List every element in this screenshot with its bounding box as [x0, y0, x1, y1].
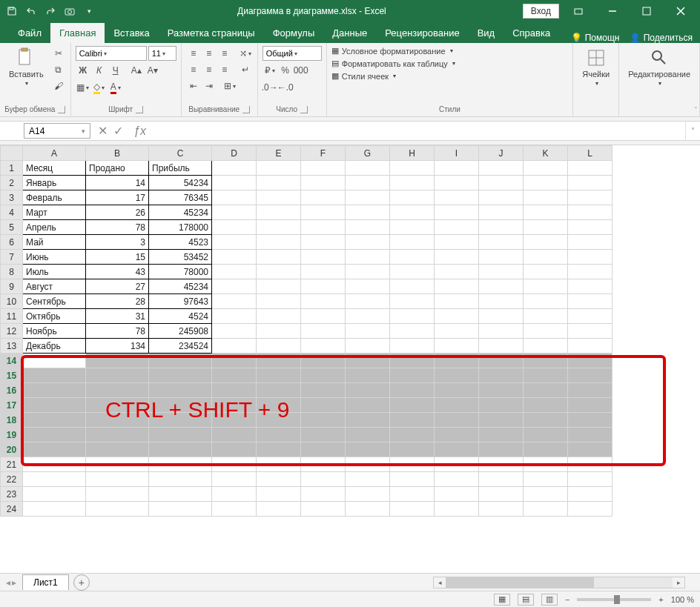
- align-top-icon[interactable]: ≡: [186, 46, 201, 61]
- row-header[interactable]: 14: [1, 354, 23, 368]
- cell[interactable]: [390, 250, 435, 265]
- cell[interactable]: [568, 442, 612, 457]
- cell[interactable]: [435, 368, 479, 383]
- cell[interactable]: [212, 324, 257, 339]
- cell[interactable]: 28: [86, 294, 149, 309]
- cell[interactable]: [301, 457, 346, 472]
- cell[interactable]: [301, 324, 346, 339]
- cell[interactable]: [212, 487, 257, 502]
- cell[interactable]: [257, 190, 301, 205]
- decrease-decimal-icon[interactable]: ←.0: [278, 80, 293, 95]
- cell[interactable]: Июль: [23, 265, 86, 279]
- cell[interactable]: 78: [86, 220, 149, 235]
- align-bottom-icon[interactable]: ≡: [217, 46, 232, 61]
- cell[interactable]: [435, 398, 479, 413]
- cell[interactable]: [524, 428, 568, 442]
- cell[interactable]: 245908: [149, 324, 212, 339]
- cell[interactable]: [390, 442, 435, 457]
- cell[interactable]: 4524: [149, 309, 212, 324]
- dialog-launcher-number[interactable]: [300, 106, 308, 113]
- cell[interactable]: [257, 339, 301, 354]
- cell[interactable]: [435, 250, 479, 265]
- cell[interactable]: [390, 354, 435, 368]
- cell[interactable]: [212, 442, 257, 457]
- cell[interactable]: [346, 457, 390, 472]
- cell[interactable]: [212, 413, 257, 428]
- number-format-combo[interactable]: Общий▾: [262, 46, 322, 61]
- row-header[interactable]: 16: [1, 383, 23, 398]
- cell[interactable]: [301, 309, 346, 324]
- cell[interactable]: [301, 205, 346, 220]
- cell[interactable]: [212, 279, 257, 294]
- cell[interactable]: Март: [23, 205, 86, 220]
- cell[interactable]: [23, 428, 86, 442]
- cell[interactable]: [301, 354, 346, 368]
- cell[interactable]: [568, 457, 612, 472]
- row-header[interactable]: 8: [1, 265, 23, 279]
- cell[interactable]: [479, 324, 524, 339]
- row-header[interactable]: 22: [1, 472, 23, 487]
- cell[interactable]: [524, 502, 568, 517]
- new-sheet-button[interactable]: +: [73, 574, 90, 591]
- undo-icon[interactable]: [25, 5, 37, 17]
- increase-indent-icon[interactable]: ⇥: [202, 79, 217, 93]
- cell[interactable]: [390, 428, 435, 442]
- align-right-icon[interactable]: ≡: [217, 62, 232, 77]
- page-break-view-icon[interactable]: ▥: [541, 594, 558, 606]
- cell[interactable]: [524, 354, 568, 368]
- collapse-ribbon-icon[interactable]: ˇ: [695, 107, 697, 115]
- underline-button[interactable]: Ч: [108, 63, 123, 78]
- wrap-text-button[interactable]: ↵: [238, 62, 253, 77]
- enter-formula-icon[interactable]: ✓: [113, 124, 123, 138]
- cell[interactable]: [23, 442, 86, 457]
- qat-customize-icon[interactable]: ▾: [83, 5, 95, 17]
- cell[interactable]: [568, 383, 612, 398]
- cell[interactable]: [86, 368, 149, 383]
- cancel-formula-icon[interactable]: ✕: [98, 124, 108, 138]
- tell-me-button[interactable]: 💡 Помощн: [571, 33, 619, 43]
- cell[interactable]: 43: [86, 265, 149, 279]
- copy-icon[interactable]: ⧉: [51, 62, 66, 77]
- close-button[interactable]: [666, 0, 696, 22]
- cell[interactable]: [390, 339, 435, 354]
- cell[interactable]: [301, 472, 346, 487]
- cell[interactable]: [390, 457, 435, 472]
- column-header[interactable]: C: [149, 146, 212, 161]
- format-painter-icon[interactable]: 🖌: [51, 79, 66, 93]
- cell[interactable]: [390, 398, 435, 413]
- cell[interactable]: [479, 161, 524, 176]
- cell[interactable]: [390, 383, 435, 398]
- cell[interactable]: Месяц: [23, 161, 86, 176]
- cell[interactable]: [212, 294, 257, 309]
- cell[interactable]: [346, 398, 390, 413]
- select-all-button[interactable]: [1, 146, 23, 161]
- cell[interactable]: [479, 294, 524, 309]
- cell[interactable]: [568, 502, 612, 517]
- cell[interactable]: [212, 383, 257, 398]
- cell[interactable]: [23, 398, 86, 413]
- cell[interactable]: [524, 383, 568, 398]
- cell[interactable]: [149, 472, 212, 487]
- cell[interactable]: [149, 354, 212, 368]
- sheet-nav-prev-icon[interactable]: ◂: [6, 577, 10, 588]
- cell[interactable]: [301, 235, 346, 250]
- cell[interactable]: [149, 502, 212, 517]
- cell[interactable]: Август: [23, 279, 86, 294]
- cell[interactable]: [149, 487, 212, 502]
- cell[interactable]: [301, 487, 346, 502]
- cell[interactable]: [346, 250, 390, 265]
- ribbon-display-icon[interactable]: [564, 0, 593, 22]
- share-button[interactable]: 👤 Поделиться: [630, 33, 693, 43]
- cell[interactable]: [524, 309, 568, 324]
- cell[interactable]: [524, 339, 568, 354]
- cell[interactable]: [435, 235, 479, 250]
- cell[interactable]: [479, 190, 524, 205]
- cell[interactable]: [301, 413, 346, 428]
- dialog-launcher-font[interactable]: [136, 106, 143, 113]
- cell[interactable]: [390, 279, 435, 294]
- cell[interactable]: [301, 368, 346, 383]
- cell[interactable]: [479, 235, 524, 250]
- cell[interactable]: [346, 220, 390, 235]
- cell[interactable]: [435, 205, 479, 220]
- cell[interactable]: [390, 413, 435, 428]
